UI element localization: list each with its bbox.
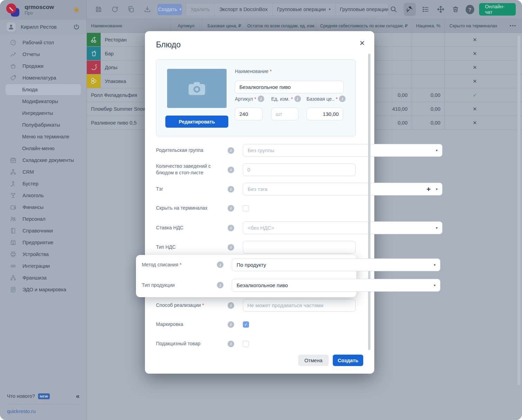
store-icon xyxy=(10,239,17,246)
info-icon[interactable]: i xyxy=(228,302,234,309)
product-type-select[interactable]: Безалкогольное пиво ▾ xyxy=(232,279,440,292)
save-icon[interactable] xyxy=(93,4,104,15)
sidebar-item-staff[interactable]: Персонал xyxy=(0,213,86,225)
info-icon[interactable]: i xyxy=(217,262,223,268)
help-icon[interactable]: ? xyxy=(466,5,474,14)
collapse-sidebar-icon[interactable]: « xyxy=(76,392,80,400)
sidebar-item-dashboard[interactable]: Рабочий стол xyxy=(0,37,86,48)
create-button[interactable]: Создать ▾ xyxy=(157,4,182,15)
parent-group-select[interactable]: Без группы ▾ xyxy=(243,144,442,157)
sku-input[interactable] xyxy=(235,108,263,120)
info-icon[interactable]: i xyxy=(228,186,234,192)
name-field-label: Наименование* xyxy=(235,69,272,74)
sidebar-item-sales[interactable]: Продажи xyxy=(0,60,86,72)
sidebar-item-terminal-menu[interactable]: Меню на терминале xyxy=(0,131,86,143)
info-icon[interactable]: i xyxy=(228,205,234,211)
sidebar-item-franchise[interactable]: Франшиза xyxy=(0,272,86,284)
info-icon[interactable]: i xyxy=(339,95,346,102)
trash-icon[interactable] xyxy=(450,4,460,15)
write-off-method-select[interactable]: По продукту ▾ xyxy=(232,258,440,271)
refresh-icon[interactable] xyxy=(109,4,120,15)
name-input[interactable] xyxy=(235,81,344,93)
stoplist-input[interactable] xyxy=(243,163,356,176)
info-icon[interactable]: i xyxy=(228,225,234,231)
marking-checkbox[interactable]: ✓ xyxy=(243,321,249,328)
whats-new-link[interactable]: Что нового? xyxy=(7,393,35,399)
sidebar-item-nomenclature[interactable]: Номенклатура xyxy=(0,72,86,84)
delete-button[interactable]: Удалить xyxy=(186,3,214,16)
group-operations-button[interactable]: Групповые операции ▾ xyxy=(273,3,336,16)
sidebar-item-semifinished[interactable]: Полуфабрикаты xyxy=(0,119,86,131)
sidebar-item-crm[interactable]: CRM xyxy=(0,166,86,178)
group-operations-franchise-button[interactable]: Групповые операции франчайзи ▾ xyxy=(336,3,389,16)
move-icon[interactable] xyxy=(436,4,446,15)
info-icon[interactable]: i xyxy=(228,244,234,250)
sale-method-input[interactable] xyxy=(243,299,356,312)
list-view-icon[interactable] xyxy=(421,4,431,15)
search-icon[interactable] xyxy=(388,4,399,15)
sidebar-item-ingredients[interactable]: Ингредиенты xyxy=(0,107,86,119)
unit-input[interactable] xyxy=(271,108,299,120)
sidebar-item-integrations[interactable]: Интеграции xyxy=(0,260,86,272)
theme-sun-icon[interactable] xyxy=(73,6,80,14)
column-header-hidden[interactable]: Скрыто на терминалах ••• xyxy=(445,19,522,33)
column-header-markup[interactable]: Наценка, % xyxy=(412,19,445,33)
printer-icon xyxy=(10,251,17,258)
modal-scrollbar[interactable] xyxy=(368,54,370,350)
info-icon[interactable]: i xyxy=(228,321,234,328)
sidebar-item-dishes[interactable]: Блюда xyxy=(6,84,81,95)
info-icon[interactable]: i xyxy=(228,340,234,347)
sidebar-item-online-menu[interactable]: Онлайн-меню xyxy=(0,143,86,154)
cancel-button[interactable]: Отмена xyxy=(298,355,329,366)
dish-modal: Блюдо × Редактировать Наименование* xyxy=(145,31,374,374)
logo-red-circle xyxy=(6,3,16,13)
base-price-input[interactable] xyxy=(306,108,343,120)
field-row-vat-rate: Ставка НДС i <без НДС> ▾ xyxy=(156,221,356,234)
submit-create-button[interactable]: Создать xyxy=(333,355,363,366)
excise-checkbox[interactable] xyxy=(243,341,249,347)
sidebar-item-booster[interactable]: Бустер xyxy=(0,178,86,190)
tag-select[interactable]: Без тэга + ▾ xyxy=(243,183,442,195)
chevron-down-icon: ▾ xyxy=(434,284,436,287)
sidebar-item-alcohol[interactable]: Алкоголь xyxy=(0,190,86,201)
column-header-name[interactable]: Наименование xyxy=(87,19,171,33)
column-header-avg-cost[interactable]: Средняя себестоимость по всем складам, ₽ xyxy=(316,19,412,33)
vat-type-input[interactable] xyxy=(243,241,356,254)
sidebar-item-devices[interactable]: Устройства xyxy=(0,248,86,260)
unit-field-label: Ед. изм.* i xyxy=(271,95,301,102)
warehouse-docs-icon xyxy=(10,157,17,164)
export-docsinbox-button[interactable]: Экспорт в DocsInBox xyxy=(214,3,272,16)
user-row[interactable]: Кирилл Рестов xyxy=(0,20,86,34)
logout-power-icon[interactable] xyxy=(73,24,80,30)
nomenclature-tag-icon xyxy=(10,74,17,81)
vat-rate-select[interactable]: <без НДС> ▾ xyxy=(243,221,442,234)
info-icon[interactable]: i xyxy=(258,95,264,102)
alcohol-glass-icon xyxy=(10,192,17,199)
info-icon[interactable]: i xyxy=(228,166,234,173)
add-tag-plus-icon[interactable]: + xyxy=(427,185,431,193)
copy-icon[interactable] xyxy=(126,4,137,15)
online-chat-button[interactable]: Онлайн-чат xyxy=(479,3,516,16)
tools-icon[interactable] xyxy=(404,3,416,16)
column-header-stock[interactable]: Остаток по всем складам, ед. изм. xyxy=(247,19,316,33)
sidebar-item-edo[interactable]: ЭДО и маркировка xyxy=(0,284,86,295)
quickresto-site-link[interactable]: quickresto.ru xyxy=(7,409,36,414)
download-icon[interactable] xyxy=(142,4,153,15)
close-icon[interactable]: × xyxy=(359,39,365,47)
column-header-base-price[interactable]: Базовая цена, ₽ xyxy=(202,19,247,33)
more-columns-icon[interactable]: ••• xyxy=(510,23,516,28)
edit-photo-button[interactable]: Редактировать xyxy=(165,116,228,128)
info-icon[interactable]: i xyxy=(294,95,301,102)
sidebar-item-warehouse-docs[interactable]: Складские документы xyxy=(0,154,86,166)
hide-terminals-checkbox[interactable] xyxy=(243,205,249,211)
sidebar-item-finance[interactable]: Финансы xyxy=(0,201,86,213)
table-scrollbar[interactable] xyxy=(518,36,520,385)
sidebar-item-directories[interactable]: Справочники xyxy=(0,225,86,237)
info-icon[interactable]: i xyxy=(228,147,234,154)
sidebar-item-modifiers[interactable]: Модификаторы xyxy=(0,95,86,107)
sidebar-item-enterprise[interactable]: Предприятие xyxy=(0,237,86,248)
sidebar-item-reports[interactable]: Отчеты xyxy=(0,48,86,60)
info-icon[interactable]: i xyxy=(217,282,223,289)
column-header-sku[interactable]: Артикул xyxy=(171,19,202,33)
brand-header: qrmoscow Про xyxy=(0,0,86,20)
